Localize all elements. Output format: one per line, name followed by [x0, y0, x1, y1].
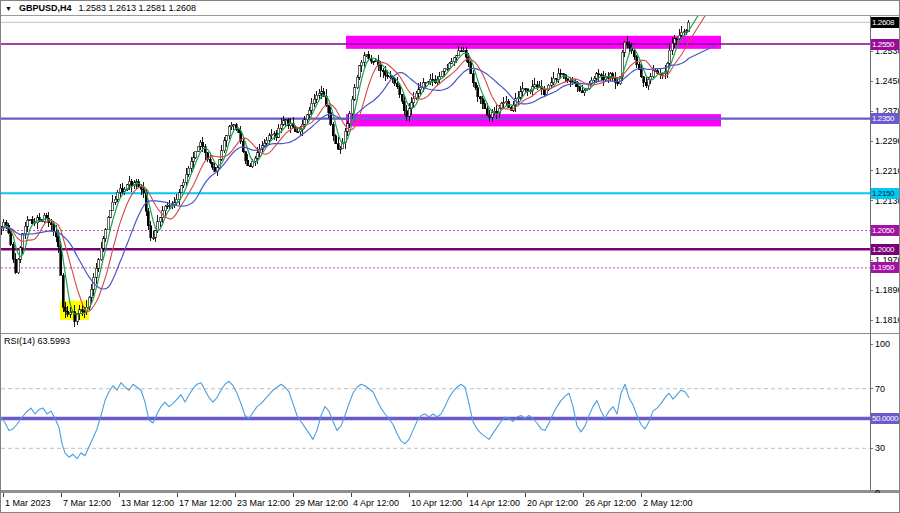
- price-tick: [870, 141, 873, 142]
- time-axis-label: 13 Mar 12:00: [121, 498, 174, 509]
- rsi-indicator-label: RSI(14) 63.5993: [4, 336, 70, 346]
- time-tick: [119, 493, 120, 497]
- price-level-badge: 1.2050: [871, 225, 900, 236]
- price-axis-label: 1.2290: [875, 136, 900, 146]
- rsi-level-badge: 50.0000: [871, 413, 900, 424]
- chart-window: ▼ GBPUSD,H4 1.2583 1.2613 1.2581 1.2608 …: [0, 0, 900, 513]
- price-tick: [870, 111, 873, 112]
- rsi-axis-label: 70: [875, 384, 900, 394]
- price-level-badge: 1.2000: [871, 244, 900, 255]
- price-tick: [870, 290, 873, 291]
- price-axis[interactable]: 1.25301.24501.23701.22901.22101.21301.19…: [870, 16, 900, 490]
- time-axis-label: 14 Apr 12:00: [469, 498, 520, 509]
- pane-separator[interactable]: [1, 333, 899, 334]
- time-axis-label: 17 Mar 12:00: [179, 498, 232, 509]
- time-tick: [409, 493, 410, 497]
- time-axis-label: 23 Mar 12:00: [237, 498, 290, 509]
- ohlc-readout: 1.2583 1.2613 1.2581 1.2608: [78, 3, 196, 13]
- chart-title-bar: ▼ GBPUSD,H4 1.2583 1.2613 1.2581 1.2608: [1, 1, 899, 16]
- price-tick: [870, 51, 873, 52]
- time-tick: [61, 493, 62, 497]
- time-tick: [177, 493, 178, 497]
- price-level-badge: 1.2608: [871, 17, 900, 28]
- time-tick: [641, 493, 642, 497]
- support-zone-lower[interactable]: [346, 114, 721, 126]
- time-tick: [583, 493, 584, 497]
- time-tick: [293, 493, 294, 497]
- price-tick: [870, 320, 873, 321]
- time-axis-label: 7 Mar 12:00: [63, 498, 111, 509]
- chevron-down-icon[interactable]: ▼: [5, 5, 12, 12]
- time-axis-label: 2 May 12:00: [643, 498, 693, 509]
- price-axis-label: 1.2450: [875, 76, 900, 86]
- time-tick: [3, 493, 4, 497]
- price-tick: [870, 170, 873, 171]
- price-axis-label: 1.2210: [875, 166, 900, 176]
- time-axis-label: 20 Apr 12:00: [527, 498, 578, 509]
- price-axis-label: 1.1810: [875, 315, 900, 325]
- rsi-tick: [870, 448, 873, 449]
- resistance-zone-upper[interactable]: [346, 36, 721, 49]
- time-tick: [467, 493, 468, 497]
- rsi-axis-label: 30: [875, 443, 900, 453]
- price-chart-canvas[interactable]: [1, 1, 871, 513]
- time-tick: [235, 493, 236, 497]
- price-level-badge: 1.1950: [871, 262, 900, 273]
- price-level-badge: 1.2550: [871, 39, 900, 50]
- time-axis-label: 29 Mar 12:00: [295, 498, 348, 509]
- price-level-badge: 1.2350: [871, 113, 900, 124]
- time-axis-label: 4 Apr 12:00: [353, 498, 399, 509]
- price-level-badge: 1.2150: [871, 188, 900, 199]
- rsi-tick: [870, 388, 873, 389]
- price-tick: [870, 81, 873, 82]
- time-tick: [525, 493, 526, 497]
- symbol-timeframe-label: GBPUSD,H4: [19, 3, 72, 13]
- time-axis-label: 26 Apr 12:00: [585, 498, 636, 509]
- rsi-axis-label: 100: [875, 339, 900, 349]
- price-tick: [870, 200, 873, 201]
- time-axis-label: 1 Mar 2023: [5, 498, 51, 509]
- rsi-tick: [870, 344, 873, 345]
- price-tick: [870, 260, 873, 261]
- time-axis[interactable]: 1 Mar 20237 Mar 12:0013 Mar 12:0017 Mar …: [1, 493, 900, 513]
- price-axis-label: 1.1890: [875, 285, 900, 295]
- time-axis-label: 10 Apr 12:00: [411, 498, 462, 509]
- time-tick: [351, 493, 352, 497]
